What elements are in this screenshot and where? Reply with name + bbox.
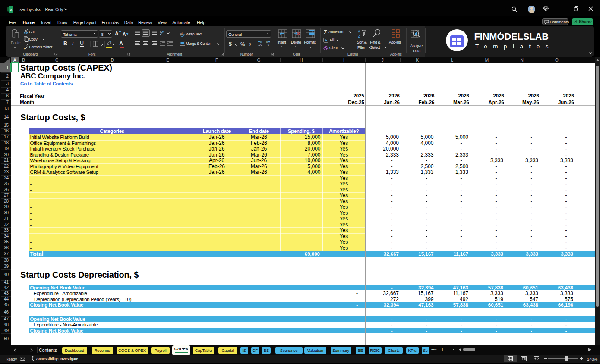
svg-text:Z: Z xyxy=(358,34,360,38)
svg-text:x: x xyxy=(10,7,13,12)
svg-text:0: 0 xyxy=(260,41,262,44)
svg-text:A: A xyxy=(358,29,360,34)
svg-text:.00: .00 xyxy=(258,43,262,46)
svg-text:ab: ab xyxy=(180,32,183,35)
svg-text:0: 0 xyxy=(268,43,269,46)
